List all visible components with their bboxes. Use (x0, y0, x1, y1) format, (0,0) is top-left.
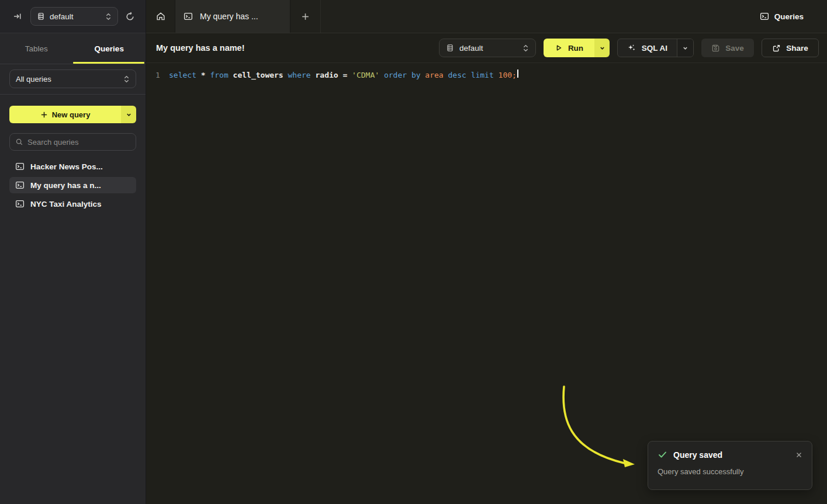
play-icon (555, 44, 563, 52)
save-icon (711, 44, 720, 53)
share-button[interactable]: Share (762, 39, 819, 57)
queries-panel-toggle[interactable]: Queries (760, 0, 827, 33)
sql-ai-button[interactable]: SQL AI (618, 39, 677, 57)
database-icon (37, 12, 45, 20)
toast-close-button[interactable] (794, 450, 804, 460)
sidebar-topbar: default (0, 0, 146, 33)
search-icon (15, 138, 23, 146)
share-icon (772, 44, 781, 53)
run-button[interactable]: Run (544, 39, 594, 57)
main-database-value: default (459, 44, 517, 53)
close-icon (795, 451, 802, 458)
save-button[interactable]: Save (701, 39, 754, 57)
plus-icon (40, 111, 48, 119)
editor-tabbar: My query has ... Queries (146, 0, 827, 33)
search-queries-input[interactable] (27, 138, 130, 147)
terminal-icon (15, 199, 25, 208)
sql-editor[interactable]: 1 select * from cell_towers where radio … (146, 63, 827, 504)
query-list-item[interactable]: NYC Taxi Analytics (9, 196, 136, 212)
chevron-up-down-icon (123, 75, 130, 83)
new-query-label: New query (52, 110, 91, 119)
chevron-down-icon (682, 45, 688, 51)
home-button[interactable] (146, 0, 175, 33)
chevron-up-down-icon (105, 13, 112, 20)
plus-icon (301, 12, 310, 21)
sidebar-database-value: default (50, 12, 101, 21)
terminal-icon (184, 12, 193, 21)
chevron-down-icon (126, 112, 132, 118)
run-label: Run (568, 44, 583, 53)
line-number: 1 (155, 69, 169, 81)
run-options-button[interactable] (594, 39, 610, 57)
query-list-item[interactable]: Hacker News Pos... (9, 158, 136, 175)
sidebar-database-selector[interactable]: default (30, 7, 118, 26)
tab-tables[interactable]: Tables (0, 33, 73, 64)
toast-query-saved: Query saved Query saved successfully (648, 441, 812, 490)
terminal-icon (15, 180, 25, 190)
query-item-label: My query has a n... (30, 181, 101, 190)
page-title: My query has a name! (156, 43, 245, 53)
query-toolbar: My query has a name! default (146, 33, 827, 63)
search-section (0, 123, 146, 151)
queries-panel-label: Queries (774, 12, 804, 21)
editor-tab-label: My query has ... (200, 12, 258, 21)
save-label: Save (725, 44, 744, 53)
collapse-sidebar-button[interactable] (11, 9, 25, 23)
refresh-button[interactable] (123, 9, 137, 24)
new-query-dropdown-button[interactable] (121, 106, 136, 123)
toast-message: Query saved successfully (658, 467, 804, 476)
sql-ai-options-button[interactable] (677, 39, 693, 57)
tabbar-spacer (321, 0, 760, 33)
sparkles-icon (627, 43, 636, 53)
main-database-selector[interactable]: default (439, 39, 536, 57)
app-root: default Tables Queries A (0, 0, 827, 504)
query-filter-section: All queries (0, 64, 146, 95)
chevron-up-down-icon (523, 44, 529, 52)
terminal-icon (760, 12, 769, 21)
refresh-icon (125, 12, 135, 22)
share-label: Share (786, 44, 808, 53)
database-icon (446, 44, 454, 52)
main-panel: My query has ... Queries My (146, 0, 827, 504)
toast-title: Query saved (673, 450, 788, 460)
query-item-label: Hacker News Pos... (30, 162, 103, 171)
check-icon (658, 450, 667, 460)
new-query-section: New query (0, 95, 146, 123)
text-cursor (517, 69, 518, 78)
query-list: Hacker News Pos... My query has a n... N (0, 158, 146, 212)
query-filter-select[interactable]: All queries (9, 69, 136, 88)
collapse-sidebar-icon (13, 12, 22, 21)
query-filter-value: All queries (16, 75, 119, 84)
editor-tab[interactable]: My query has ... (175, 0, 290, 33)
editor-line: 1 select * from cell_towers where radio … (146, 69, 827, 81)
chevron-down-icon (599, 45, 605, 51)
new-tab-button[interactable] (290, 0, 321, 33)
sidebar-tabs: Tables Queries (0, 33, 146, 64)
tab-queries[interactable]: Queries (73, 33, 146, 64)
query-list-item[interactable]: My query has a n... (9, 177, 136, 193)
terminal-icon (15, 162, 25, 171)
query-item-label: NYC Taxi Analytics (30, 200, 102, 208)
new-query-button[interactable]: New query (9, 106, 121, 123)
sql-code: select * from cell_towers where radio = … (169, 69, 517, 81)
home-icon (155, 11, 166, 22)
sql-ai-label: SQL AI (642, 44, 667, 53)
sidebar: default Tables Queries A (0, 0, 146, 504)
